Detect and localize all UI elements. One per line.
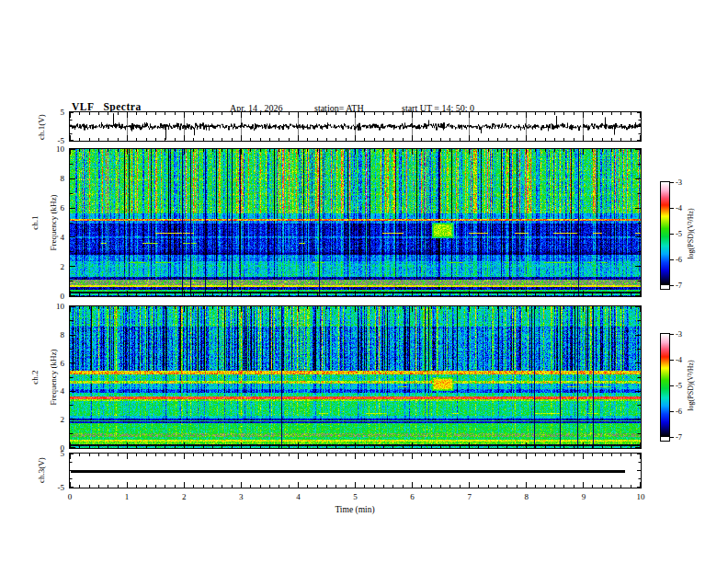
x-tick-label: 2 (182, 493, 187, 501)
ch1-voltage-axis-label: ch.1(V) (37, 114, 46, 140)
ch1-waveform-panel (69, 111, 642, 142)
colorbar-ch2-label: log(PSD)(V²/Hz) (687, 360, 695, 410)
colorbar-tick-label: -3 (676, 330, 682, 339)
y-tick-label: 2 (51, 416, 64, 424)
colorbar-tick (670, 259, 674, 260)
ch2-spectrogram-panel (69, 305, 642, 449)
y-tick-label: -5 (48, 484, 64, 492)
x-tick-label: 3 (239, 493, 244, 501)
x-tick-label: 1 (125, 493, 130, 501)
y-tick-label: 0 (51, 293, 64, 301)
ch1-waveform-canvas (70, 112, 641, 141)
x-tick-label: 10 (637, 493, 645, 501)
colorbar-tick-label: -7 (676, 433, 682, 442)
y-tick-label: 5 (48, 450, 64, 458)
ch2-spectrogram-canvas (70, 306, 641, 448)
y-tick-label: 2 (51, 263, 64, 271)
colorbar-ch1-gradient (661, 182, 669, 285)
vlf-spectra-plot: VLF Spectra Apr. 14 , 2026 station= ATH … (0, 0, 728, 563)
colorbar-tick-label: -5 (676, 382, 682, 390)
ch3-waveform-canvas (70, 454, 641, 488)
y-tick-label: 5 (48, 109, 64, 117)
colorbar-tick (670, 208, 674, 209)
ch2-axis-line2: Frequency (kHz) (49, 349, 58, 405)
colorbar-ch2 (660, 333, 670, 442)
colorbar-tick-label: -4 (676, 356, 682, 364)
y-tick-label: 10 (51, 303, 64, 311)
colorbar-tick (670, 437, 674, 438)
ch2-frequency-axis-label: ch.2 Frequency (kHz) (30, 349, 58, 405)
ch1-spectrogram-panel (69, 148, 642, 297)
ch3-voltage-axis-label: ch.3(V) (37, 457, 46, 483)
ch1-axis-line1: ch.1 (30, 215, 40, 229)
colorbar-tick-label: -4 (676, 204, 682, 213)
y-tick-label: 6 (51, 204, 64, 213)
x-tick-label: 5 (353, 493, 358, 501)
x-tick-label: 9 (582, 493, 586, 501)
time-axis-label: Time (min) (335, 505, 374, 514)
ch2-axis-line1: ch.2 (30, 370, 40, 384)
colorbar-tick-label: -6 (676, 256, 682, 264)
colorbar-ch2-gradient (661, 334, 669, 437)
x-tick-label: 7 (467, 493, 472, 501)
x-tick-label: 8 (525, 493, 529, 501)
colorbar-tick-label: -5 (676, 230, 682, 238)
colorbar-tick-label: -3 (676, 178, 682, 187)
y-tick-label: 10 (51, 145, 64, 154)
x-tick-label: 0 (68, 493, 73, 501)
colorbar-tick (670, 360, 674, 361)
y-tick-label: 8 (51, 175, 64, 183)
ch1-frequency-axis-label: ch.1 Frequency (kHz) (30, 194, 58, 250)
y-tick-label: -5 (48, 137, 64, 145)
x-tick-label: 4 (296, 493, 301, 501)
colorbar-ch1 (660, 181, 670, 290)
colorbar-tick-label: -6 (676, 408, 682, 416)
colorbar-tick (670, 234, 674, 235)
colorbar-tick (670, 334, 674, 335)
y-tick-label: 4 (51, 234, 64, 242)
x-tick-label: 6 (410, 493, 415, 501)
colorbar-tick (670, 385, 674, 386)
colorbar-tick (670, 182, 674, 183)
ch1-spectrogram-canvas (70, 149, 641, 296)
colorbar-tick-label: -7 (676, 282, 682, 290)
colorbar-tick (670, 411, 674, 412)
ch1-axis-line2: Frequency (kHz) (49, 194, 58, 250)
colorbar-ch1-label: log(PSD)(V²/Hz) (687, 208, 695, 259)
colorbar-tick (670, 285, 674, 286)
ch3-waveform-panel (69, 453, 642, 488)
y-tick-label: 6 (51, 360, 64, 368)
y-tick-label: 8 (51, 331, 64, 339)
y-tick-label: 4 (51, 387, 64, 396)
